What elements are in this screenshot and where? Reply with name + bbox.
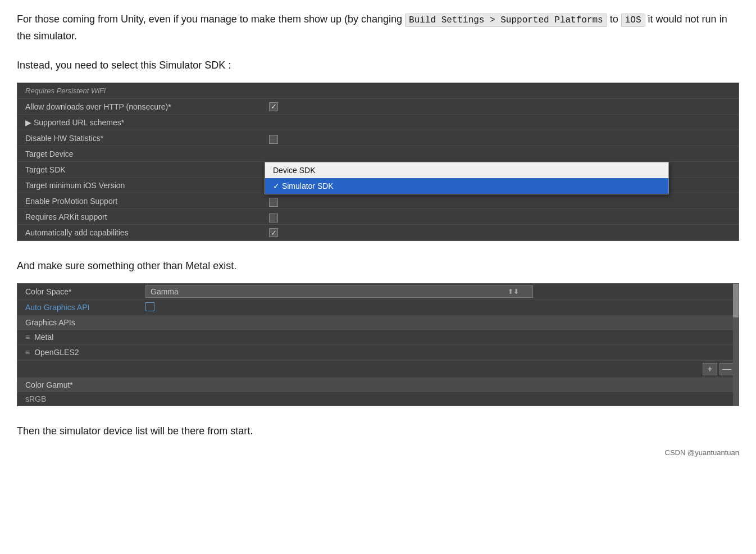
label-auto-graphics: Auto Graphics API [17, 303, 141, 312]
table-row: Requires Persistent WiFi [17, 83, 739, 99]
code-build: Build Settings > Supported Platforms [405, 13, 607, 27]
intro-line1: For those coming from Unity, even if you… [17, 13, 402, 25]
unity-settings-panel: Requires Persistent WiFi Allow downloads… [17, 83, 739, 241]
table-row: Requires ARKit support [17, 209, 739, 225]
drag-handle-icon: ≡ [25, 333, 30, 342]
gamma-select-text: Gamma [151, 287, 179, 296]
row-label-http: Allow downloads over HTTP (nonsecure)* [17, 102, 265, 111]
row-label-wifi: Requires Persistent WiFi [17, 87, 265, 95]
intro-paragraph: For those coming from Unity, even if you… [17, 11, 739, 44]
row-value-promotion [265, 195, 739, 207]
color-gamut-srgb: sRGB [17, 392, 739, 406]
table-row: Automatically add capabilities [17, 225, 739, 240]
row-label-target-device: Target Device [17, 149, 265, 158]
list-item-opengles2: ≡ OpenGLES2 [17, 345, 739, 360]
row-value-auto-caps [265, 228, 739, 238]
table-row: Disable HW Statistics* [17, 130, 739, 146]
table-row: Enable ProMotion Support [17, 193, 739, 209]
value-color-space: Gamma ⬆⬇ [141, 285, 739, 298]
row-value-hw-stats [265, 132, 739, 144]
drag-handle-icon: ≡ [25, 348, 30, 357]
checkbox-http[interactable] [269, 102, 278, 111]
api-name-metal: Metal [34, 333, 53, 342]
dropdown-option-device-sdk[interactable]: Device SDK [265, 162, 668, 178]
table-row-auto-graphics: Auto Graphics API [17, 300, 739, 316]
scrollbar-thumb[interactable] [733, 284, 739, 317]
row-label-promotion: Enable ProMotion Support [17, 197, 265, 206]
apis-section-header: Graphics APIs [17, 316, 739, 330]
table-row-color-space: Color Space* Gamma ⬆⬇ [17, 284, 739, 300]
row-label-url-schemes: ▶ Supported URL schemes* [17, 118, 265, 127]
graphics-settings-panel: Color Space* Gamma ⬆⬇ Auto Graphics API … [17, 283, 739, 406]
code-ios: iOS [621, 13, 645, 27]
row-label-arkit: Requires ARKit support [17, 212, 265, 221]
table-row: Target Device [17, 146, 739, 162]
row-label-target-sdk: Target SDK [17, 165, 265, 174]
footer-credit: CSDN @yuantuantuan [17, 448, 739, 457]
sdk-dropdown[interactable]: Device SDK Simulator SDK [265, 162, 669, 194]
dropdown-option-simulator-sdk[interactable]: Simulator SDK [265, 178, 668, 194]
label-color-space: Color Space* [17, 287, 141, 296]
gamma-arrow-icon: ⬆⬇ [508, 288, 519, 296]
checkbox-auto-graphics[interactable] [145, 302, 154, 311]
closing-text: Then the simulator device list will be t… [17, 423, 739, 439]
checkbox-promotion[interactable] [269, 198, 278, 207]
table-row: Allow downloads over HTTP (nonsecure)* [17, 99, 739, 115]
panel-scrollbar[interactable] [733, 284, 739, 406]
remove-api-button[interactable]: — [719, 363, 734, 375]
color-gamut-header: Color Gamut* [17, 378, 739, 392]
apis-buttons-row: + — [17, 360, 739, 378]
table-row: ▶ Supported URL schemes* [17, 115, 739, 130]
gamma-select[interactable]: Gamma ⬆⬇ [145, 285, 533, 298]
add-api-button[interactable]: + [703, 363, 717, 375]
section1-heading: Instead, you need to select this Simulat… [17, 57, 739, 74]
row-label-hw-stats: Disable HW Statistics* [17, 134, 265, 143]
api-name-opengles2: OpenGLES2 [34, 348, 79, 357]
table-row-target-sdk: Target SDK Device SDK Simulator SDK [17, 162, 739, 178]
checkbox-hw-stats[interactable] [269, 135, 278, 144]
word-to: to [610, 13, 618, 25]
row-value-http [265, 102, 739, 111]
checkbox-auto-caps[interactable] [269, 228, 278, 237]
row-label-auto-caps: Automatically add capabilities [17, 228, 265, 237]
list-item-metal: ≡ Metal [17, 330, 739, 345]
checkbox-arkit[interactable] [269, 214, 278, 222]
section2-heading: And make sure something other than Metal… [17, 258, 739, 274]
row-label-min-ios: Target minimum iOS Version [17, 181, 265, 190]
row-value-arkit [265, 211, 739, 222]
value-auto-graphics [141, 302, 739, 313]
